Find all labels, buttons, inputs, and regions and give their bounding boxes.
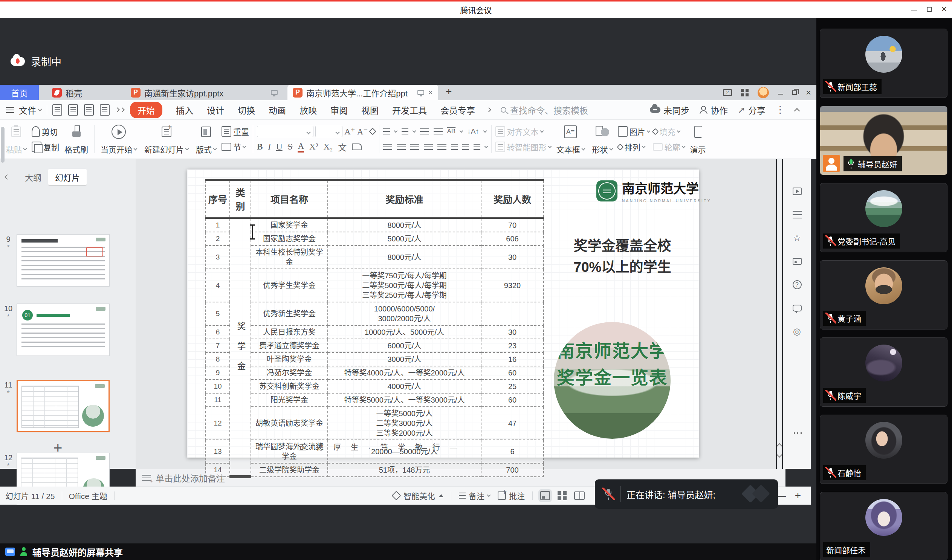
menu-item[interactable]: 开发工具 [392,103,427,116]
line-order-icon[interactable]: ↓A↑ [467,127,479,136]
participant-tile[interactable]: 新闻部任禾 [820,492,947,560]
bullet-list-icon[interactable] [383,128,390,135]
participant-tile[interactable]: 石静怡 [820,415,947,484]
cast-screen-icon[interactable] [793,258,802,265]
decrease-font-icon[interactable]: A⁻ [357,127,368,137]
align-center-icon[interactable] [397,144,406,150]
comment-button[interactable]: 批注 [498,490,525,501]
participant-tile[interactable]: 黄子涵 [820,260,947,330]
menu-item[interactable]: 视图 [361,103,379,116]
textbox-button[interactable]: A≡ 文本框 [553,122,589,156]
more-tools-icon[interactable] [793,432,802,434]
layout-button[interactable]: 版式 [192,122,220,156]
phonetic-guide-button[interactable]: 文 [338,140,346,153]
outline-button[interactable]: 轮廓 [653,140,685,154]
target-icon[interactable]: ◎ [792,326,802,337]
collapse-panel-icon[interactable] [5,174,10,180]
section-button[interactable]: 节 [221,140,249,154]
tab-document-active[interactable]: P 南京师范大学...工作介绍ppt × [287,85,438,100]
font-color-button[interactable]: A [298,141,304,153]
participant-tile[interactable]: 党委副书记-高见 [820,183,947,252]
align-right-icon[interactable] [410,144,419,150]
share-button[interactable]: ↗ 分享 [738,103,765,116]
notes-toggle-button[interactable]: 备注 [459,490,490,501]
participant-tile[interactable]: 辅导员赵妍 [820,106,947,175]
menu-item[interactable]: 会员专享 [440,103,475,116]
present-button[interactable]: 演示 [686,122,710,156]
split-window-icon[interactable]: 2 [723,89,732,96]
collaborate-button[interactable]: 协作 [699,103,728,116]
participant-tile[interactable]: 陈威宇 [820,338,947,407]
menu-item[interactable]: 审阅 [331,103,348,116]
increase-font-icon[interactable]: A⁺ [344,127,355,137]
scrollbar-thumb[interactable] [1,127,5,163]
arrange-button[interactable]: 排列 [618,140,650,154]
help-icon[interactable]: ? [793,280,802,289]
underline-button[interactable]: U [276,142,283,152]
command-search[interactable]: 查找命令、搜索模板 [501,103,640,116]
slide-thumbnail-11[interactable] [17,380,110,432]
superscript-button[interactable]: X² [309,142,318,152]
account-avatar[interactable] [757,87,769,98]
close-icon[interactable]: × [941,5,947,14]
justify-icon[interactable] [424,144,433,150]
vertical-scrollbar[interactable] [777,159,782,469]
menu-item[interactable]: 动画 [269,103,286,116]
workspace-grid-icon[interactable] [741,89,748,96]
reading-view-icon[interactable] [574,491,585,500]
tab-close-icon[interactable]: × [428,88,433,97]
new-tab-button[interactable]: + [446,85,452,97]
line-spacing-icon[interactable] [474,144,480,150]
subscript-button[interactable]: X₂ [324,142,333,152]
to-smartart-button[interactable]: 转智能图形 [495,140,551,154]
italic-button[interactable]: I [268,142,271,152]
line-spacing-up-icon[interactable] [451,144,458,150]
favorite-star-icon[interactable]: ☆ [792,233,802,243]
menu-start-active[interactable]: 开始 [130,102,162,118]
slide-thumbnail-9[interactable] [17,234,110,287]
wps-restore-icon[interactable] [792,90,797,95]
menu-item[interactable]: 切换 [238,103,255,116]
font-size-combo[interactable] [315,126,342,137]
slideshow-settings-icon[interactable] [793,188,802,195]
menu-item[interactable]: 放映 [300,103,317,116]
print-icon[interactable] [84,104,94,116]
cut-button[interactable]: 剪切 [32,124,59,139]
normal-view-icon[interactable] [540,491,550,500]
text-direction-icon[interactable]: AB [447,128,456,135]
bold-button[interactable]: B [257,142,263,152]
zoom-in-button[interactable]: + [795,490,801,501]
more-quick-icons[interactable] [115,107,120,112]
fill-button[interactable]: 填充 [653,124,685,139]
format-painter-button[interactable]: 格式刷 [61,122,92,156]
maximize-icon[interactable] [927,7,932,12]
clear-format-icon[interactable] [369,128,376,135]
save-icon[interactable] [53,104,62,116]
decrease-indent-icon[interactable] [420,128,429,135]
copy-button[interactable]: 复制 [32,140,59,154]
slide-thumbnail-10[interactable]: 01 [17,304,110,356]
more-options-icon[interactable]: ⋮ [775,104,785,116]
next-slide-icon[interactable] [777,452,782,458]
comment-bubble-icon[interactable] [793,305,802,312]
picture-button[interactable]: 图片 [618,124,650,139]
wps-minimize-icon[interactable] [778,94,783,94]
smart-beautify-button[interactable]: 智能美化 [393,490,444,501]
line-spacing-down-icon[interactable] [462,144,469,150]
shapes-button[interactable]: 形状 [589,122,616,156]
properties-sliders-icon[interactable] [793,211,802,218]
menu-item[interactable]: 设计 [207,103,224,116]
tab-docer[interactable]: 稻壳 [47,85,124,100]
menu-file[interactable]: 文件 [19,103,42,116]
slide-sorter-view-icon[interactable] [558,491,567,500]
add-slide-button[interactable]: + [54,440,62,457]
paste-button[interactable]: 粘贴 [2,122,30,156]
export-icon[interactable] [68,104,78,116]
wps-close-icon[interactable]: × [806,88,811,97]
previous-slide-icon[interactable] [777,443,782,449]
highlight-button[interactable] [352,143,362,150]
play-from-current-button[interactable]: 当页开始 [97,122,141,156]
align-text-button[interactable]: 对齐文本 [495,124,551,139]
tab-document-1[interactable]: P 南通新生家访ppt.pptx [125,85,283,100]
menu-overflow-icon[interactable] [486,107,491,112]
